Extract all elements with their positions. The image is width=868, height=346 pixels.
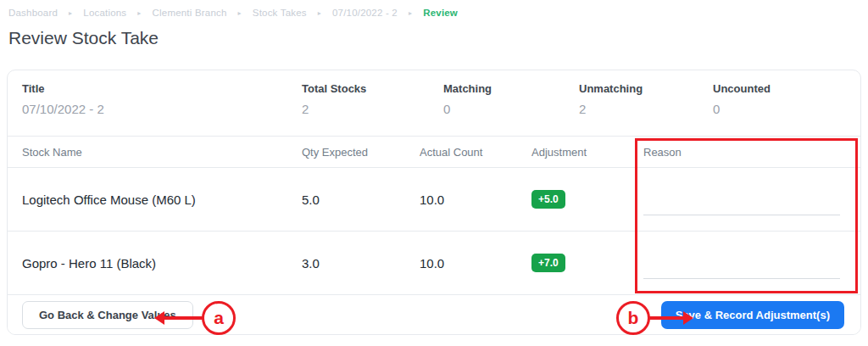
reason-cell — [643, 253, 860, 273]
breadcrumb-item-stock-take-date[interactable]: 07/10/2022 - 2 — [332, 8, 398, 18]
breadcrumb: Dashboard ▸ Locations ▸ Clementi Branch … — [8, 8, 458, 18]
table-header: Stock Name Qty Expected Actual Count Adj… — [8, 136, 860, 168]
summary-matching: Matching 0 — [443, 82, 579, 136]
breadcrumb-separator-icon: ▸ — [137, 9, 141, 17]
actual-count: 10.0 — [420, 256, 531, 271]
go-back-button[interactable]: Go Back & Change Values — [22, 301, 193, 329]
actual-count: 10.0 — [420, 193, 531, 207]
summary-total-stocks: Total Stocks 2 — [302, 82, 443, 136]
qty-expected: 3.0 — [302, 256, 420, 271]
summary-label: Matching — [443, 82, 579, 95]
reason-input[interactable] — [643, 259, 840, 279]
summary-title: Title 07/10/2022 - 2 — [22, 82, 302, 136]
column-header-reason: Reason — [643, 146, 860, 159]
adjustment-badge: +5.0 — [531, 190, 565, 209]
reason-input[interactable] — [643, 195, 840, 215]
stock-take-review-card: Title 07/10/2022 - 2 Total Stocks 2 Matc… — [7, 70, 861, 335]
summary-unmatching: Unmatching 2 — [579, 82, 713, 136]
breadcrumb-separator-icon: ▸ — [409, 9, 412, 17]
stock-name: Logitech Office Mouse (M60 L) — [22, 193, 302, 207]
summary-value: 2 — [579, 102, 713, 116]
adjustment-cell: +5.0 — [531, 190, 643, 209]
stock-name: Gopro - Hero 11 (Black) — [22, 256, 302, 271]
card-footer: Go Back & Change Values Save & Record Ad… — [8, 295, 860, 334]
breadcrumb-item-locations[interactable]: Locations — [83, 8, 126, 18]
column-header-adjustment: Adjustment — [531, 146, 643, 159]
breadcrumb-item-dashboard[interactable]: Dashboard — [8, 8, 58, 18]
breadcrumb-item-clementi-branch[interactable]: Clementi Branch — [153, 8, 227, 18]
summary-label: Title — [22, 82, 302, 95]
annotation-b-arrow-line — [649, 316, 685, 320]
breadcrumb-separator-icon: ▸ — [318, 9, 321, 17]
qty-expected: 5.0 — [302, 193, 420, 207]
annotation-b-marker: b — [616, 301, 650, 335]
column-header-qty-expected: Qty Expected — [302, 146, 420, 159]
summary-value: 2 — [302, 102, 443, 116]
summary-value: 0 — [443, 102, 579, 116]
annotation-a-arrow-line — [164, 316, 203, 320]
column-header-actual-count: Actual Count — [420, 146, 531, 159]
annotation-b-arrow-icon — [683, 311, 693, 325]
table-row: Gopro - Hero 11 (Black) 3.0 10.0 +7.0 — [8, 232, 860, 295]
column-header-stock-name: Stock Name — [22, 146, 302, 159]
summary-label: Total Stocks — [302, 82, 443, 95]
summary-label: Uncounted — [713, 82, 860, 95]
adjustment-badge: +7.0 — [531, 254, 565, 272]
summary-value: 07/10/2022 - 2 — [22, 102, 302, 116]
adjustment-cell: +7.0 — [531, 254, 643, 272]
table-row: Logitech Office Mouse (M60 L) 5.0 10.0 +… — [8, 168, 860, 232]
breadcrumb-item-stock-takes[interactable]: Stock Takes — [253, 8, 307, 18]
breadcrumb-separator-icon: ▸ — [69, 9, 72, 17]
page-title: Review Stock Take — [8, 28, 159, 48]
summary-value: 0 — [713, 102, 860, 116]
summary-label: Unmatching — [579, 82, 713, 95]
summary-uncounted: Uncounted 0 — [713, 82, 860, 136]
breadcrumb-item-review: Review — [423, 8, 458, 18]
breadcrumb-separator-icon: ▸ — [238, 9, 242, 17]
summary-row: Title 07/10/2022 - 2 Total Stocks 2 Matc… — [8, 70, 860, 136]
reason-cell — [643, 189, 860, 209]
annotation-a-marker: a — [202, 301, 236, 335]
